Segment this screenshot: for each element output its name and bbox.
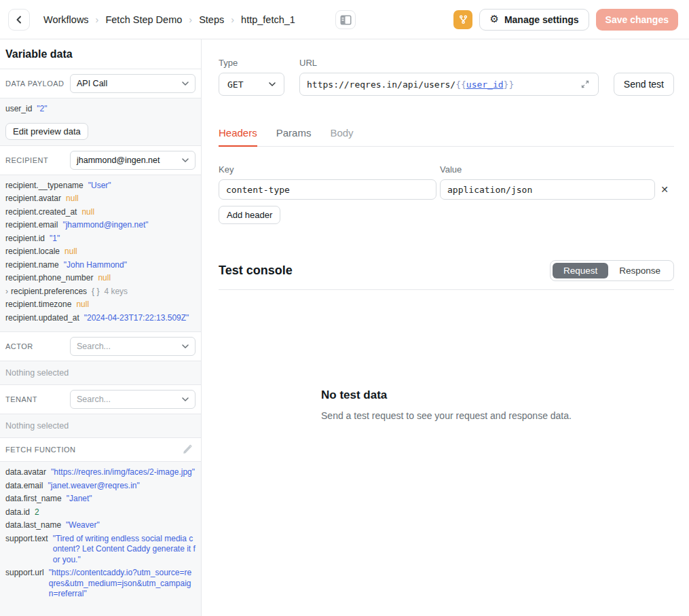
breadcrumb-item[interactable]: http_fetch_1 — [241, 14, 295, 25]
variable-row: data.email "janet.weaver@reqres.in" — [5, 481, 195, 492]
variable-row: recipient.timezone null — [5, 300, 195, 310]
variable-row: data.id 2 — [5, 507, 195, 518]
gear-icon: ⚙ — [489, 14, 498, 24]
tenant-label: TENANT — [5, 395, 37, 403]
variable-key: recipient.email — [5, 220, 58, 231]
variable-key: recipient.avatar — [5, 194, 61, 204]
header-key-input[interactable] — [219, 179, 436, 200]
variable-data-sidebar: Variable data DATA PAYLOAD API Call user… — [0, 39, 202, 616]
variable-row: recipient.id "1" — [5, 234, 195, 244]
variable-key: support.url — [5, 568, 44, 600]
variable-value: null — [66, 194, 79, 204]
variable-key: recipient.locale — [5, 247, 60, 257]
breadcrumb-item[interactable]: Workflows — [43, 14, 89, 25]
variable-key: recipient.preferences — [11, 287, 87, 297]
tab[interactable]: Body — [330, 127, 353, 146]
recipient-select[interactable]: jhammond@ingen.net — [70, 151, 195, 170]
tenant-section: TENANT Search... — [0, 385, 201, 414]
sidebar-toggle-button[interactable] — [335, 10, 356, 29]
variable-row: recipient.phone_number null — [5, 273, 195, 284]
tenant-select[interactable]: Search... — [70, 390, 195, 409]
data-payload-select-value: API Call — [77, 79, 107, 88]
manage-settings-button[interactable]: ⚙ Manage settings — [479, 9, 589, 31]
breadcrumb-item[interactable]: Steps — [199, 14, 224, 25]
variable-row: data.avatar "https://reqres.in/img/faces… — [5, 467, 195, 478]
variable-key: recipient.name — [5, 260, 59, 271]
remove-header-button[interactable]: ✕ — [655, 184, 674, 195]
variable-row: data.last_name "Weaver" — [5, 520, 195, 531]
header-value-input[interactable] — [440, 179, 655, 200]
url-variable-token[interactable]: user_id — [466, 79, 504, 90]
actor-select[interactable]: Search... — [70, 337, 195, 356]
back-button[interactable] — [8, 9, 30, 31]
header-form-labels: Key Value — [219, 164, 674, 175]
chevron-down-icon — [182, 81, 189, 86]
request-config-row: Type GET URL https://reqres.in/api/users… — [219, 58, 674, 96]
tab[interactable]: Headers — [219, 127, 257, 147]
variable-value: "John Hammond" — [64, 260, 127, 271]
variable-value: 2 — [35, 507, 39, 518]
breadcrumb-item[interactable]: Fetch Step Demo — [105, 14, 182, 25]
topbar-actions: ⚙ Manage settings Save changes — [453, 9, 678, 31]
toggle-segment[interactable]: Request — [553, 263, 608, 278]
git-branch-icon — [458, 14, 468, 24]
test-console-empty-state: No test data Send a test request to see … — [219, 388, 674, 421]
variable-key: data.last_name — [5, 520, 61, 531]
variable-row: recipient.created_at null — [5, 207, 195, 218]
recipient-select-value: jhammond@ingen.net — [77, 156, 160, 165]
variable-value: "Tired of writing endless social media c… — [53, 534, 195, 566]
page-body: Variable data DATA PAYLOAD API Call user… — [0, 39, 689, 616]
actor-select-placeholder: Search... — [77, 342, 111, 351]
send-test-button[interactable]: Send test — [614, 73, 674, 96]
method-field: Type GET — [219, 58, 284, 96]
expand-url-editor-button[interactable] — [579, 78, 591, 90]
breadcrumb: Workflows › Fetch Step Demo › Steps › ht… — [43, 14, 295, 25]
commit-status-badge[interactable] — [453, 10, 472, 29]
variable-key: data.first_name — [5, 494, 62, 505]
breadcrumb-separator: › — [96, 14, 99, 25]
variable-value: "https://contentcaddy.io?utm_source=reqr… — [49, 568, 195, 600]
sidebar-title: Variable data — [0, 39, 201, 69]
variable-row: data.first_name "Janet" — [5, 494, 195, 505]
chevron-left-icon — [14, 14, 24, 25]
add-header-button[interactable]: Add header — [219, 206, 280, 224]
variable-value: "Weaver" — [66, 520, 100, 531]
save-changes-button[interactable]: Save changes — [596, 9, 678, 31]
data-payload-select[interactable]: API Call — [70, 74, 195, 93]
tab[interactable]: Params — [276, 127, 312, 146]
request-response-toggle: Request Response — [550, 260, 674, 281]
variable-value: "2" — [37, 104, 47, 115]
sidebar-panel-icon — [340, 15, 352, 25]
variable-value: null — [76, 300, 89, 310]
manage-settings-label: Manage settings — [504, 14, 579, 25]
expand-chevron-icon[interactable]: › — [5, 287, 8, 297]
actor-empty-state: Nothing selected — [0, 361, 201, 385]
variable-row: recipient.locale null — [5, 247, 195, 257]
empty-state-title: No test data — [321, 388, 572, 402]
pencil-icon — [182, 444, 193, 455]
variable-value: "janet.weaver@reqres.in" — [48, 481, 139, 492]
variable-value: "1" — [50, 234, 60, 244]
variable-key: recipient.__typename — [5, 181, 83, 192]
chevron-down-icon — [182, 397, 189, 401]
variable-row: recipient.avatar null — [5, 194, 195, 204]
url-input[interactable]: https://reqres.in/api/users/{{user_id}} — [299, 73, 599, 96]
variable-key: recipient.timezone — [5, 300, 71, 310]
fetch-step-editor: Type GET URL https://reqres.in/api/users… — [202, 39, 689, 616]
expand-icon — [580, 79, 590, 89]
variable-value: "Janet" — [67, 494, 92, 505]
edit-preview-data-button[interactable]: Edit preview data — [5, 123, 88, 140]
edit-fetch-function-button[interactable] — [179, 443, 195, 456]
url-value: https://reqres.in/api/users/{{user_id}} — [307, 79, 579, 90]
variable-value: null — [64, 247, 77, 257]
http-method-select[interactable]: GET — [219, 73, 284, 96]
empty-state-subtitle: Send a test request to see your request … — [321, 410, 572, 421]
variable-key: recipient.created_at — [5, 207, 77, 218]
variable-value: "User" — [88, 181, 111, 192]
data-payload-section: DATA PAYLOAD API Call — [0, 69, 201, 98]
recipient-preview: recipient.__typename "User" recipient.av… — [0, 175, 201, 333]
toggle-segment[interactable]: Response — [608, 263, 671, 278]
fetch-function-preview: data.avatar "https://reqres.in/img/faces… — [0, 462, 201, 616]
variable-key: recipient.id — [5, 234, 45, 244]
variable-row: recipient.email "jhammond@ingen.net" — [5, 220, 195, 231]
